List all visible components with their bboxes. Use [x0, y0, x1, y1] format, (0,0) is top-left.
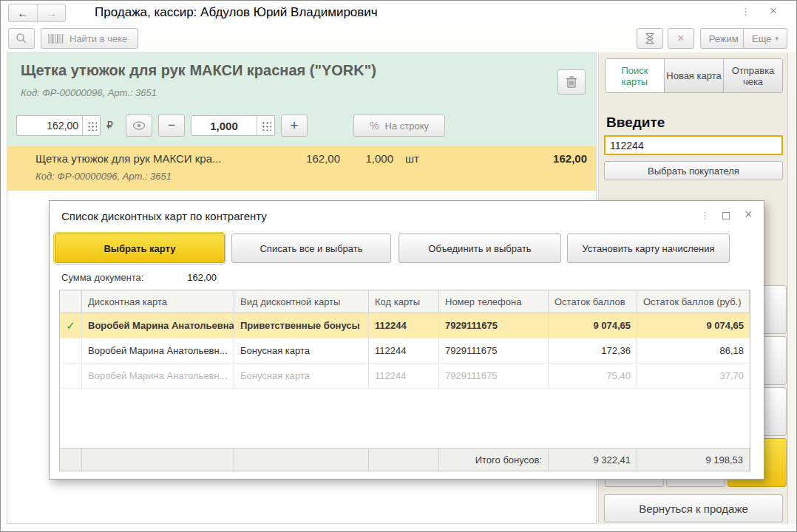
footer-total-label: Итого бонусов: [439, 449, 549, 471]
table-row[interactable]: Воробей Марина Анатольевн... Бонусная ка… [60, 364, 750, 389]
cell-card-code: 112244 [369, 338, 439, 363]
header-phone[interactable]: Номер телефона [439, 290, 549, 313]
item-total: 162,00 [553, 152, 587, 165]
forward-arrow-icon: → [46, 7, 57, 19]
select-customer-button[interactable]: Выбрать покупателя [604, 161, 783, 180]
header-select-col [60, 290, 82, 313]
dialog-close-icon[interactable]: × [745, 207, 753, 222]
app-window: ← → Продажа, кассир: Абдулов Юрий Владим… [0, 0, 797, 532]
footer-points-rub-total: 9 198,53 [637, 449, 750, 471]
enter-heading: Введите [606, 115, 665, 131]
line-discount-label: На строку [384, 120, 428, 132]
row-select-cell [60, 364, 82, 388]
toolbar: Найти в чеке × Режим ▾ Еще ▾ [1, 24, 796, 52]
view-item-button[interactable] [126, 115, 152, 137]
discount-cards-dialog: Список дисконтных карт по контрагенту ⋮ … [49, 200, 764, 480]
cell-points: 172,36 [549, 338, 637, 363]
hourglass-icon [644, 33, 656, 44]
footer-empty-cell [234, 449, 369, 471]
set-accrual-card-button[interactable]: Установить карту начисления [567, 233, 730, 263]
more-dropdown-button[interactable]: Еще ▾ [743, 28, 787, 49]
postpone-receipt-button[interactable] [637, 28, 663, 49]
cell-card-type: Бонусная карта [234, 364, 369, 388]
header-points[interactable]: Остаток баллов [549, 290, 637, 313]
mode-label: Режим [709, 33, 739, 44]
product-code-line: Код: ФР-00000096, Арт.: 3651 [21, 87, 157, 98]
discount-cards-table: Дисконтная карта Вид дисконтной карты Ко… [59, 290, 750, 471]
quantity-numpad-button[interactable] [257, 116, 274, 135]
red-x-icon: × [677, 32, 684, 45]
minus-icon: − [168, 118, 175, 133]
right-window-strip [787, 52, 797, 524]
cell-card-code: 112244 [369, 313, 439, 338]
cell-card-name: Воробей Марина Анатольевн... [82, 364, 234, 388]
footer-points-total: 9 322,41 [549, 449, 637, 471]
header-points-rub[interactable]: Остаток баллов (руб.) [637, 290, 750, 313]
search-icon [16, 33, 27, 44]
product-title: Щетка утюжок для рук МАКСИ красная ("YOR… [21, 62, 376, 79]
cell-card-type: Приветственные бонусы [234, 313, 369, 338]
line-discount-button[interactable]: % На строку [353, 115, 445, 137]
side-tabs: Поиск карты Новая карта Отправка чека [605, 58, 783, 93]
price-numpad-button[interactable] [82, 116, 100, 135]
quantity-field: 1,000 [191, 115, 275, 136]
find-in-receipt-button[interactable]: Найти в чеке [41, 28, 138, 49]
quantity-value[interactable]: 1,000 [191, 116, 257, 135]
tab-card-search[interactable]: Поиск карты [606, 59, 664, 92]
table-row[interactable]: Воробей Марина Анатольевн... Бонусная ка… [60, 338, 750, 364]
back-button[interactable]: ← [9, 4, 38, 21]
document-sum-value: 162,00 [153, 272, 217, 283]
cancel-receipt-button[interactable]: × [668, 28, 694, 49]
cell-card-name: Воробей Марина Анатольевн... [82, 338, 234, 363]
cell-card-type: Бонусная карта [234, 338, 369, 363]
tab-new-card[interactable]: Новая карта [664, 59, 723, 92]
more-label: Еще [752, 33, 771, 44]
item-price: 162,00 [279, 152, 340, 165]
select-card-button[interactable]: Выбрать карту [55, 233, 225, 263]
price-field: 162,00 [16, 115, 101, 136]
nav-history-group: ← → [8, 4, 66, 22]
window-menu-kebab-icon[interactable]: ⋮ [741, 6, 750, 17]
tab-send-receipt[interactable]: Отправка чека [723, 59, 782, 92]
dialog-menu-kebab-icon[interactable]: ⋮ [700, 210, 710, 221]
eye-icon [132, 121, 146, 130]
trash-icon [565, 75, 578, 89]
barcode-icon [48, 33, 64, 44]
merge-select-button[interactable]: Объединить и выбрать [398, 233, 561, 263]
row-select-cell: ✓ [60, 313, 82, 338]
cell-points-rub: 37,70 [637, 364, 750, 388]
row-select-cell [60, 338, 82, 363]
dialog-maximize-icon[interactable] [722, 212, 730, 219]
card-number-input[interactable] [604, 135, 783, 155]
numpad-icon [87, 120, 97, 131]
return-to-sale-button[interactable]: Вернуться к продаже [604, 494, 783, 522]
percent-icon: % [370, 120, 379, 132]
footer-empty-cell [82, 449, 234, 471]
item-code-line: Код: ФР-00000096, Арт.: 3651 [35, 171, 172, 182]
cell-phone: 7929111675 [439, 364, 549, 388]
chevron-down-icon: ▾ [775, 35, 779, 42]
delete-item-button[interactable] [557, 69, 586, 95]
window-close-icon[interactable]: × [770, 4, 777, 18]
forward-button[interactable]: → [38, 4, 66, 21]
search-button[interactable] [8, 28, 35, 49]
table-row[interactable]: ✓ Воробей Марина Анатольевна... Приветст… [60, 313, 750, 338]
header-card[interactable]: Дисконтная карта [82, 290, 234, 313]
quantity-increase-button[interactable]: + [281, 115, 308, 137]
price-value[interactable]: 162,00 [17, 116, 82, 135]
footer-empty-cell [369, 449, 439, 471]
quantity-decrease-button[interactable]: − [158, 115, 185, 137]
writeoff-all-select-button[interactable]: Списать все и выбрать [231, 233, 391, 263]
back-arrow-icon: ← [17, 7, 28, 19]
table-footer-row: Итого бонусов: 9 322,41 9 198,53 [60, 448, 750, 471]
document-sum-label: Сумма документа: [61, 272, 143, 283]
check-icon: ✓ [66, 319, 75, 332]
receipt-line-item[interactable]: Щетка утюжок для рук МАКСИ кра... 162,00… [7, 146, 596, 191]
header-card-type[interactable]: Вид дисконтной карты [234, 290, 369, 313]
item-unit: шт [405, 152, 419, 165]
cell-phone: 7929111675 [439, 338, 549, 363]
cell-points: 75,40 [549, 364, 637, 388]
currency-symbol: ₽ [106, 119, 113, 131]
cell-points: 9 074,65 [549, 313, 637, 338]
header-card-code[interactable]: Код карты [369, 290, 439, 313]
